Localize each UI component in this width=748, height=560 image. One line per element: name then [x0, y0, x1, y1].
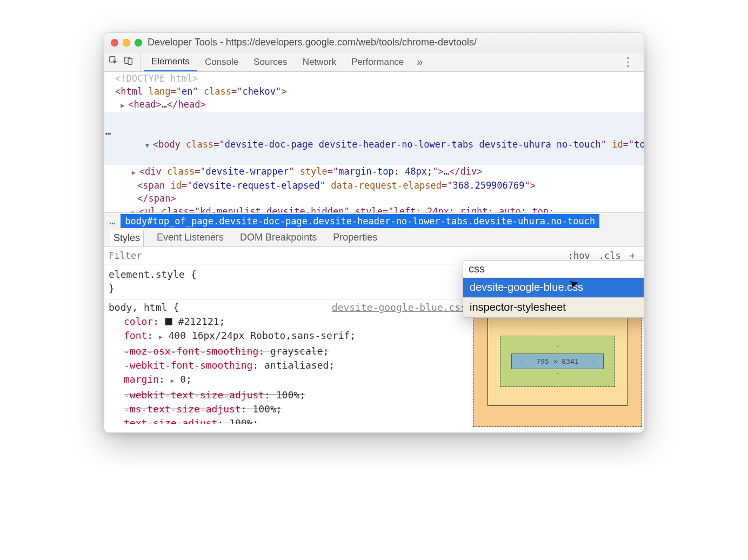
- decl-moz-smoothing[interactable]: -moz-osx-font-smoothing: grayscale;: [109, 344, 466, 358]
- stylesheet-picker-popup[interactable]: css devsite-google-blue.css inspector-st…: [463, 260, 644, 318]
- styles-body: element.style { } body, html { devsite-g…: [104, 264, 644, 432]
- bm-border-dash: -: [500, 325, 615, 336]
- bm-padding-dash: -: [511, 369, 604, 380]
- bm-padding-dash: -: [511, 343, 604, 354]
- decl-margin[interactable]: margin: ▶ 0;: [109, 372, 466, 388]
- gutter-ellipsis: …: [105, 125, 111, 138]
- rule-selector[interactable]: body, html {: [109, 301, 179, 315]
- dom-cutoff-row: <ul class="kd-menulist devsite-hidden" s…: [104, 205, 644, 212]
- bm-side-dash: -: [519, 357, 524, 365]
- breadcrumb[interactable]: … body#top_of_page.devsite-doc-page.devs…: [104, 212, 644, 229]
- inspect-element-icon[interactable]: [109, 56, 118, 68]
- collapse-icon[interactable]: [145, 139, 153, 152]
- color-swatch-icon[interactable]: [165, 318, 172, 325]
- dom-span-elapsed-open[interactable]: <span id="devsite-request-elapsed" data-…: [104, 179, 644, 192]
- tab-network[interactable]: Network: [295, 52, 344, 71]
- dom-tree[interactable]: <!DOCTYPE html> <html lang="en" class="c…: [104, 72, 644, 212]
- breadcrumb-ellipsis[interactable]: …: [104, 216, 121, 226]
- rule-body-html[interactable]: body, html { devsite-google-blue.css col…: [104, 299, 471, 427]
- bm-content-size: 795 × 8341: [536, 357, 578, 365]
- subtab-dom-breakpoints[interactable]: DOM Breakpoints: [237, 230, 320, 245]
- dom-doctype[interactable]: <!DOCTYPE html>: [115, 73, 198, 84]
- decl-webkit-smoothing[interactable]: -webkit-font-smoothing: antialiased;: [109, 358, 466, 372]
- computed-boxmodel-pane: css devsite-google-blue.css inspector-st…: [471, 264, 644, 432]
- expand-shorthand-icon[interactable]: ▶: [159, 334, 163, 341]
- dom-html-open[interactable]: <html lang="en" class="chekov">: [104, 85, 644, 98]
- tab-performance[interactable]: Performance: [344, 52, 411, 71]
- window-title: Developer Tools - https://developers.goo…: [148, 37, 637, 48]
- expand-icon[interactable]: [121, 99, 128, 112]
- decl-text-size-adjust[interactable]: text-size-adjust: 100%;: [109, 416, 466, 424]
- subtab-properties[interactable]: Properties: [330, 230, 380, 245]
- close-window-button[interactable]: [111, 39, 118, 46]
- subtab-event-listeners[interactable]: Event Listeners: [153, 230, 227, 245]
- titlebar: Developer Tools - https://developers.goo…: [104, 33, 644, 52]
- rule-element-style[interactable]: element.style { }: [104, 266, 471, 299]
- zoom-window-button[interactable]: [135, 39, 142, 46]
- minimize-window-button[interactable]: [123, 39, 130, 46]
- bm-border-dash: -: [500, 387, 615, 398]
- sidebar-tabs: Styles Event Listeners DOM Breakpoints P…: [104, 229, 644, 247]
- breadcrumb-path[interactable]: body#top_of_page.devsite-doc-page.devsit…: [121, 214, 599, 228]
- subtab-styles[interactable]: Styles: [110, 230, 144, 246]
- decl-ms-text-size[interactable]: -ms-text-size-adjust: 100%;: [109, 402, 466, 416]
- svg-rect-2: [128, 58, 132, 64]
- hov-toggle[interactable]: :hov: [564, 250, 595, 261]
- bm-margin-dash: -: [487, 406, 627, 417]
- tab-sources[interactable]: Sources: [246, 52, 295, 71]
- styles-filter-input[interactable]: [109, 250, 564, 261]
- dom-body-selected[interactable]: … <body class="devsite-doc-page devsite-…: [104, 112, 644, 165]
- devtools-window: Developer Tools - https://developers.goo…: [104, 32, 644, 433]
- popup-filter-input[interactable]: css: [463, 261, 644, 278]
- settings-menu-button[interactable]: ⋮: [617, 56, 639, 68]
- device-toggle-icon[interactable]: [124, 56, 133, 68]
- decl-font[interactable]: font: ▶ 400 16px/24px Roboto,sans-serif;: [109, 329, 466, 344]
- dom-span-elapsed-close[interactable]: </span>: [104, 192, 644, 205]
- dom-div-wrapper[interactable]: <div class="devsite-wrapper" style="marg…: [104, 165, 644, 179]
- bm-side-dash: -: [591, 357, 596, 365]
- dom-head[interactable]: <head>…</head>: [104, 98, 644, 112]
- popup-item[interactable]: devsite-google-blue.css: [463, 278, 644, 297]
- decl-color[interactable]: color: #212121;: [109, 315, 466, 329]
- panel-tabs: Elements Console Sources Network Perform…: [144, 52, 411, 71]
- popup-item[interactable]: inspector-stylesheet: [463, 298, 644, 317]
- new-rule-button[interactable]: +: [625, 250, 639, 261]
- css-rules[interactable]: element.style { } body, html { devsite-g…: [104, 264, 471, 432]
- expand-shorthand-icon[interactable]: ▶: [171, 377, 175, 384]
- tab-elements[interactable]: Elements: [144, 52, 197, 71]
- expand-icon[interactable]: [132, 166, 139, 179]
- rule-source-link[interactable]: devsite-google-blue.css: [332, 301, 466, 315]
- main-toolbar: Elements Console Sources Network Perform…: [104, 52, 644, 72]
- window-controls: [111, 39, 142, 46]
- toolbar-icons: [109, 52, 141, 71]
- cls-toggle[interactable]: .cls: [595, 250, 625, 261]
- decl-webkit-text-size[interactable]: -webkit-text-size-adjust: 100%;: [109, 388, 466, 402]
- tabs-overflow-button[interactable]: »: [413, 56, 426, 68]
- tab-console[interactable]: Console: [197, 52, 246, 71]
